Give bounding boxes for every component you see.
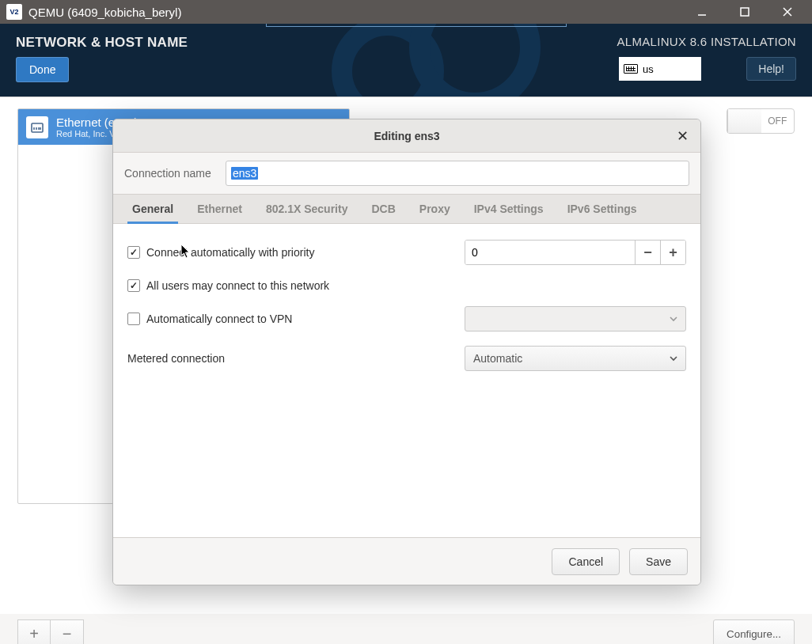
window-maximize-button[interactable] bbox=[727, 0, 763, 24]
dialog-titlebar: Editing ens3 ✕ bbox=[113, 119, 700, 153]
general-panel: Connect automatically with priority − + … bbox=[113, 224, 700, 537]
dialog-tabs: General Ethernet 802.1X Security DCB Pro… bbox=[113, 194, 700, 224]
keyboard-layout-indicator[interactable]: us bbox=[619, 57, 701, 81]
installer-brand: ALMALINUX 8.6 INSTALLATION bbox=[617, 35, 796, 48]
priority-spinbutton[interactable]: − + bbox=[465, 240, 686, 265]
done-button[interactable]: Done bbox=[16, 57, 69, 82]
connect-automatically-checkbox[interactable] bbox=[127, 246, 140, 259]
os-titlebar: V2 QEMU (6409_kobicha_beryl) bbox=[0, 0, 812, 24]
help-button[interactable]: Help! bbox=[746, 57, 796, 81]
tab-general[interactable]: General bbox=[127, 195, 178, 224]
window-close-button[interactable] bbox=[769, 0, 806, 24]
chevron-down-icon bbox=[670, 313, 677, 325]
svg-rect-6 bbox=[32, 123, 43, 132]
tab-ethernet[interactable]: Ethernet bbox=[192, 195, 247, 224]
dialog-footer: Cancel Save bbox=[113, 537, 700, 585]
auto-vpn-checkbox[interactable] bbox=[127, 313, 140, 325]
all-users-checkbox[interactable] bbox=[127, 279, 140, 292]
vnc-logo-icon: V2 bbox=[6, 4, 22, 20]
toggle-off-label: OFF bbox=[761, 109, 795, 133]
window-title: QEMU (6409_kobicha_beryl) bbox=[28, 6, 181, 19]
cancel-button[interactable]: Cancel bbox=[552, 548, 620, 575]
save-button[interactable]: Save bbox=[629, 548, 688, 575]
add-device-button[interactable]: + bbox=[17, 619, 51, 644]
priority-value-input[interactable] bbox=[465, 241, 635, 264]
network-toggle[interactable]: OFF bbox=[727, 108, 795, 134]
svg-rect-1 bbox=[741, 8, 749, 16]
tab-dcb[interactable]: DCB bbox=[366, 195, 400, 224]
ethernet-icon bbox=[26, 116, 48, 138]
keyboard-icon bbox=[624, 64, 638, 74]
connect-automatically-label: Connect automatically with priority bbox=[146, 246, 314, 259]
keyboard-layout-label: us bbox=[643, 63, 654, 75]
edit-connection-dialog: Editing ens3 ✕ Connection name ens3 Gene… bbox=[112, 119, 701, 585]
priority-increment-button[interactable]: + bbox=[660, 241, 685, 264]
vpn-combo bbox=[465, 306, 686, 331]
connection-name-value: ens3 bbox=[231, 167, 258, 180]
tab-ipv4[interactable]: IPv4 Settings bbox=[469, 195, 548, 224]
priority-decrement-button[interactable]: − bbox=[635, 241, 660, 264]
tab-proxy[interactable]: Proxy bbox=[415, 195, 455, 224]
tab-ipv6[interactable]: IPv6 Settings bbox=[563, 195, 642, 224]
page-title: NETWORK & HOST NAME bbox=[16, 35, 188, 51]
connection-name-input[interactable]: ens3 bbox=[226, 161, 689, 186]
installer-header: NETWORK & HOST NAME Done ALMALINUX 8.6 I… bbox=[0, 24, 812, 97]
dialog-close-button[interactable]: ✕ bbox=[672, 126, 692, 146]
all-users-label: All users may connect to this network bbox=[146, 279, 329, 292]
configure-button[interactable]: Configure... bbox=[713, 619, 795, 644]
metered-combo[interactable]: Automatic bbox=[465, 346, 686, 371]
dialog-title: Editing ens3 bbox=[374, 130, 439, 142]
window-minimize-button[interactable] bbox=[684, 0, 720, 24]
metered-label: Metered connection bbox=[127, 352, 225, 365]
connection-name-label: Connection name bbox=[124, 167, 218, 180]
metered-value: Automatic bbox=[473, 352, 522, 365]
auto-vpn-label: Automatically connect to VPN bbox=[146, 313, 292, 325]
remove-device-button[interactable]: − bbox=[51, 619, 84, 644]
tab-8021x[interactable]: 802.1X Security bbox=[261, 195, 353, 224]
chevron-down-icon bbox=[670, 352, 677, 365]
